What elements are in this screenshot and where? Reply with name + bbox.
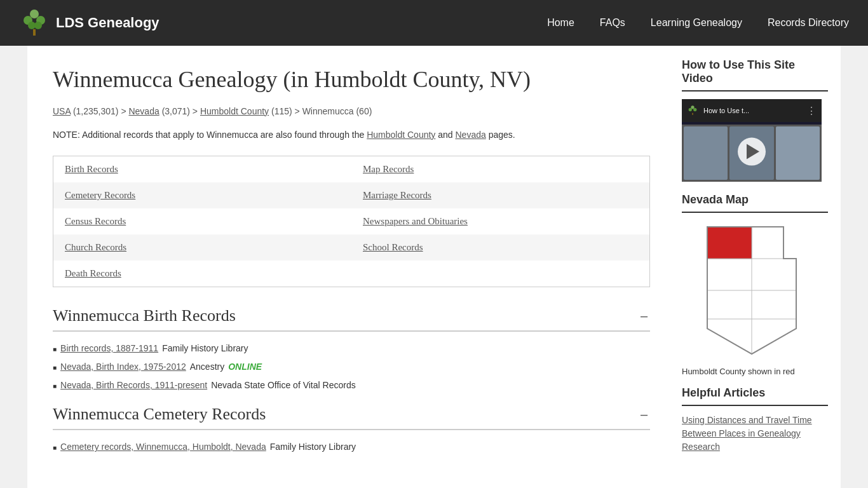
link-newspapers[interactable]: Newspapers and Obituaries	[363, 216, 468, 226]
birth-collapse-button[interactable]: –	[638, 309, 650, 323]
note-link-nevada[interactable]: Nevada	[455, 130, 485, 140]
play-button[interactable]	[738, 138, 766, 166]
article-link-distances[interactable]: Using Distances and Travel Time Between …	[682, 415, 812, 452]
svg-point-6	[691, 105, 694, 109]
link-marriage-records[interactable]: Marriage Records	[363, 190, 431, 200]
list-item: Nevada, Birth Index, 1975-2012 Ancestry …	[53, 360, 650, 374]
list-item: Birth records, 1887-1911 Family History …	[53, 342, 650, 355]
breadcrumb-nevada[interactable]: Nevada	[128, 106, 159, 116]
link-church-records[interactable]: Church Records	[65, 242, 126, 252]
cemetery-records-title: Winnemucca Cemetery Records	[53, 405, 266, 424]
nevada-map-svg	[682, 220, 822, 360]
page-title: Winnemucca Genealogy (in Humboldt County…	[53, 65, 650, 95]
map-caption: Humboldt County shown in red	[682, 367, 828, 376]
birth-records-list: Birth records, 1887-1911 Family History …	[53, 342, 650, 392]
svg-rect-5	[33, 29, 36, 36]
svg-point-8	[693, 108, 696, 111]
video-more-icon: ⋮	[806, 105, 817, 117]
link-census-records[interactable]: Census Records	[65, 216, 126, 226]
nav-link-directory[interactable]: Records Directory	[768, 17, 849, 28]
video-section-title: How to Use This Site Video	[682, 58, 828, 85]
list-item: Nevada, Birth Records, 1911-present Neva…	[53, 379, 650, 392]
video-tree-icon	[687, 105, 698, 116]
note-link-humboldt[interactable]: Humboldt County	[367, 130, 435, 140]
main-content: Winnemucca Genealogy (in Humboldt County…	[27, 46, 675, 488]
link-school-records[interactable]: School Records	[363, 242, 423, 252]
photo-3	[776, 126, 820, 180]
map-divider	[682, 212, 828, 213]
breadcrumb: USA (1,235,301) > Nevada (3,071) > Humbo…	[53, 106, 650, 116]
play-triangle-icon	[747, 144, 759, 159]
nav-link-learning[interactable]: Learning Genealogy	[651, 17, 742, 28]
nav-link-home[interactable]: Home	[547, 17, 574, 28]
video-title-bar: How to Use t... ⋮	[682, 99, 822, 122]
nav-menu: Home FAQs Learning Genealogy Records Dir…	[547, 17, 849, 29]
nav-link-faqs[interactable]: FAQs	[600, 17, 625, 28]
cemetery-collapse-button[interactable]: –	[638, 407, 650, 422]
map-section-title: Nevada Map	[682, 193, 828, 207]
link-birth-records[interactable]: Birth Records	[65, 164, 118, 174]
table-row: Cemetery Records Marriage Records	[53, 182, 650, 208]
video-title-text: How to Use t...	[703, 107, 749, 114]
records-table: Birth Records Map Records Cemetery Recor…	[53, 156, 650, 287]
svg-point-7	[689, 108, 692, 111]
table-row: Birth Records Map Records	[53, 156, 650, 183]
svg-rect-9	[692, 113, 693, 115]
cemetery-records-header: Winnemucca Cemetery Records –	[53, 405, 650, 430]
svg-point-4	[34, 22, 42, 29]
svg-point-0	[30, 10, 39, 18]
link-birth-1887[interactable]: Birth records, 1887-1911	[60, 342, 158, 355]
table-row: Death Records	[53, 261, 650, 287]
svg-rect-15	[707, 227, 752, 259]
logo-text: LDS Genealogy	[56, 15, 159, 31]
helpful-articles: Using Distances and Travel Time Between …	[682, 414, 828, 454]
note-text: NOTE: Additional records that apply to W…	[53, 128, 650, 142]
link-cemetery-records[interactable]: Cemetery Records	[65, 190, 135, 200]
birth-records-header: Winnemucca Birth Records –	[53, 306, 650, 332]
table-row: Church Records School Records	[53, 234, 650, 261]
birth-records-title: Winnemucca Birth Records	[53, 306, 236, 325]
link-map-records[interactable]: Map Records	[363, 164, 414, 174]
tree-icon	[19, 8, 50, 38]
link-birth-index[interactable]: Nevada, Birth Index, 1975-2012	[60, 360, 186, 374]
link-cemetery-winnemucca[interactable]: Cemetery records, Winnemucca, Humboldt, …	[60, 440, 266, 454]
breadcrumb-usa[interactable]: USA	[53, 106, 71, 116]
video-thumbnail[interactable]: How to Use t... ⋮	[682, 99, 822, 182]
table-row: Census Records Newspapers and Obituaries	[53, 208, 650, 234]
photo-1	[684, 126, 728, 180]
video-divider	[682, 90, 828, 92]
list-item: Cemetery records, Winnemucca, Humboldt, …	[53, 440, 650, 454]
cemetery-records-list: Cemetery records, Winnemucca, Humboldt, …	[53, 440, 650, 454]
site-logo[interactable]: LDS Genealogy	[19, 8, 159, 38]
articles-divider	[682, 405, 828, 406]
nevada-map: Humboldt County shown in red	[682, 220, 828, 376]
link-birth-1911[interactable]: Nevada, Birth Records, 1911-present	[60, 379, 207, 392]
link-death-records[interactable]: Death Records	[65, 268, 121, 278]
sidebar: How to Use This Site Video How to Use t.…	[675, 46, 841, 488]
online-badge: ONLINE	[228, 360, 262, 374]
breadcrumb-humboldt[interactable]: Humboldt County	[200, 106, 269, 116]
helpful-articles-title: Helpful Articles	[682, 386, 828, 400]
